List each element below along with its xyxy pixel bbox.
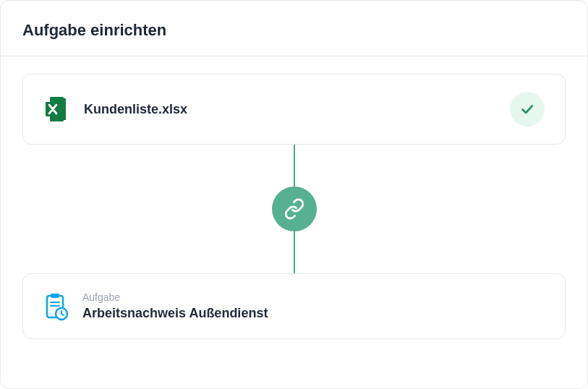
page-title: Aufgabe einrichten — [22, 21, 566, 40]
connector-line-top — [294, 145, 295, 187]
link-icon — [284, 198, 305, 220]
connector-line-bottom — [294, 231, 295, 273]
clipboard-clock-icon — [43, 292, 69, 321]
panel-header: Aufgabe einrichten — [1, 1, 587, 56]
source-file-card[interactable]: Kundenliste.xlsx — [22, 74, 566, 145]
setup-task-panel: Aufgabe einrichten Kundenliste.xlsx — [0, 0, 588, 389]
svg-rect-6 — [51, 294, 59, 298]
source-file-name: Kundenliste.xlsx — [84, 102, 510, 117]
excel-file-icon — [43, 95, 71, 123]
connector — [22, 145, 566, 273]
task-title: Arbeitsnachweis Außendienst — [82, 306, 268, 321]
check-icon — [519, 101, 535, 117]
target-task-card[interactable]: Aufgabe Arbeitsnachweis Außendienst — [22, 273, 566, 339]
status-badge — [510, 92, 545, 127]
panel-content: Kundenliste.xlsx — [1, 56, 587, 361]
task-label: Aufgabe — [82, 291, 268, 303]
link-node[interactable] — [272, 187, 317, 231]
task-text-block: Aufgabe Arbeitsnachweis Außendienst — [82, 291, 268, 321]
